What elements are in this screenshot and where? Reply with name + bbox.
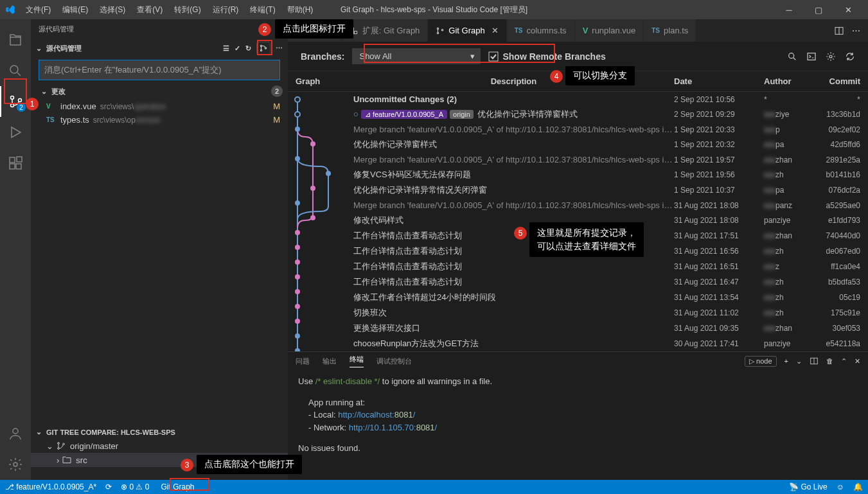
status-problems[interactable]: ⊗ 0 ⚠ 0	[121, 482, 149, 491]
show-remote-checkbox[interactable]: Show Remote Branches	[488, 51, 605, 62]
panel-tab[interactable]: 问题	[296, 357, 310, 366]
status-gitgraph[interactable]: Git Graph	[159, 482, 197, 491]
commit-row[interactable]: 修复VCS补码区域无法保存问题1 Sep 2021 19:56xxxzhb014…	[288, 167, 868, 182]
commit-row[interactable]: 工作台详情点击查看动态计划31 Aug 2021 16:47xxxzhb5bdf…	[288, 274, 868, 290]
tree-branch-row[interactable]: ⌄ origin/master	[31, 439, 288, 453]
account-icon[interactable]	[0, 418, 31, 449]
extensions-icon[interactable]	[0, 148, 31, 179]
commit-row[interactable]: Merge branch 'feature/V1.0.0.0905_A' of …	[288, 122, 868, 137]
panel-tab[interactable]: 终端	[350, 355, 364, 367]
gitgraph-body[interactable]: Uncommitted Changes (2)2 Sep 2021 10:56*…	[288, 92, 868, 351]
view-as-tree-icon[interactable]: ☰	[223, 44, 229, 53]
status-branch[interactable]: ⎇ feature/V1.0.0.0905_A*	[5, 482, 96, 491]
git-tree-compare-header[interactable]: ⌄ GIT TREE COMPARE: HLCS-WEB-SPS	[31, 425, 288, 439]
commit-row[interactable]: Merge branch 'feature/V1.0.0.0905_A' of …	[288, 152, 868, 167]
commit-hash: a5295ae0	[815, 201, 860, 210]
menu-item[interactable]: 转到(G)	[169, 2, 206, 18]
svg-point-15	[63, 443, 65, 445]
scm-section-header[interactable]: ⌄ 源代码管理 ☰ ✓ ↻ ⋯	[31, 39, 288, 57]
terminal-shell-selector[interactable]: ▷ node	[745, 356, 777, 367]
search-icon[interactable]	[0, 55, 31, 86]
file-change-row[interactable]: Vindex.vuesrc\views\operationM	[31, 100, 288, 113]
commit-row[interactable]: Merge branch 'feature/V1.0.0.0905_A' of …	[288, 198, 868, 213]
svg-point-9	[13, 463, 17, 466]
commit-message-input[interactable]: 消息(Ctrl+Enter 在"feature/V1.0.0.0905_A"提交…	[39, 60, 280, 80]
commit-author: xxxp	[764, 125, 815, 134]
menu-item[interactable]: 帮助(H)	[282, 2, 319, 18]
menu-item[interactable]: 编辑(E)	[57, 2, 93, 18]
status-feedback-icon[interactable]: ☺	[837, 482, 844, 491]
commit-description: 修改工作者台详情超过24小时的时间段	[353, 292, 674, 303]
editor-tab[interactable]: Vrunplan.vue	[575, 19, 644, 42]
terminal-panel: 问题输出终端调试控制台 ▷ node + ⌄ 🗑 ⌃ ✕ Use /* esli…	[288, 351, 868, 480]
status-bell-icon[interactable]: 🔔	[853, 482, 863, 491]
minimize-button[interactable]: ─	[774, 0, 804, 19]
menu-item[interactable]: 终端(T)	[245, 2, 280, 18]
scm-badge: 2	[17, 103, 26, 112]
run-debug-icon[interactable]	[0, 117, 31, 148]
svg-point-24	[789, 53, 794, 58]
status-sync[interactable]: ⟳	[105, 482, 112, 491]
commit-hash: 740440d0	[815, 231, 860, 240]
terminal-dropdown-icon[interactable]: ⌄	[796, 357, 802, 366]
file-name: index.vue	[60, 101, 96, 111]
settings-icon[interactable]	[0, 449, 31, 480]
menu-item[interactable]: 选择(S)	[94, 2, 130, 18]
menu-item[interactable]: 文件(F)	[21, 2, 56, 18]
commit-row[interactable]: 优化操作记录弹窗样式1 Sep 2021 20:32xxxpa42d5ffd6	[288, 137, 868, 152]
kill-terminal-icon[interactable]: 🗑	[826, 357, 833, 365]
settings-icon[interactable]	[826, 51, 836, 62]
commit-date: 31 Aug 2021 13:54	[674, 293, 764, 302]
tab-actions: ⋯	[826, 19, 868, 42]
editor-tab[interactable]: TSplan.ts	[644, 19, 696, 42]
commit-date: 31 Aug 2021 11:02	[674, 308, 764, 317]
activity-bar: 2	[0, 19, 31, 480]
commit-row[interactable]: 切换班次31 Aug 2021 11:02xxxzh175c91e	[288, 305, 868, 321]
close-tab-icon[interactable]: ✕	[492, 26, 499, 35]
commit-row[interactable]: 更换选择班次接口31 Aug 2021 09:35xxxzhan30ef053	[288, 321, 868, 336]
editor-tab[interactable]: 扩展: Git Graph	[342, 19, 429, 42]
maximize-panel-icon[interactable]: ⌃	[841, 357, 847, 366]
more-actions-icon[interactable]: ⋯	[276, 44, 283, 53]
explorer-icon[interactable]	[0, 24, 31, 55]
svg-rect-7	[17, 157, 22, 162]
sidebar-title: 源代码管理	[31, 19, 288, 39]
file-change-row[interactable]: TStypes.tssrc\views\opversionM	[31, 113, 288, 127]
editor-tab[interactable]: Git Graph✕	[428, 19, 506, 42]
commit-row[interactable]: 优化操作记录详情异常情况关闭弹窗1 Sep 2021 10:37xxxpa076…	[288, 182, 868, 198]
commit-date: 31 Aug 2021 09:35	[674, 324, 764, 333]
svg-point-12	[265, 48, 266, 49]
commit-row[interactable]: 工作台详情点击查看动态计划31 Aug 2021 16:51xxxzff1ca0…	[288, 259, 868, 274]
commit-row[interactable]: chooseRunplan方法改为GET方法30 Aug 2021 17:41p…	[288, 336, 868, 351]
status-golive[interactable]: 📡 Go Live	[789, 482, 828, 491]
close-button[interactable]: ✕	[833, 0, 863, 19]
commit-row[interactable]: Uncommitted Changes (2)2 Sep 2021 10:56*…	[288, 92, 868, 107]
annotation-badge-3: 3	[181, 459, 193, 472]
panel-tab[interactable]: 输出	[323, 357, 337, 366]
terminal-output[interactable]: Use /* eslint-disable */ to ignore all w…	[288, 370, 868, 480]
menu-item[interactable]: 运行(R)	[208, 2, 244, 18]
checkbox-checked-icon	[488, 51, 499, 62]
commit-description: chooseRunplan方法改为GET方法	[353, 338, 674, 349]
menu-item[interactable]: 查看(V)	[132, 2, 168, 18]
more-tab-actions-icon[interactable]: ⋯	[852, 26, 860, 35]
refresh-icon[interactable]	[845, 51, 855, 62]
panel-tab[interactable]: 调试控制台	[376, 357, 412, 366]
close-panel-icon[interactable]: ✕	[855, 357, 860, 366]
git-graph-icon[interactable]	[256, 42, 270, 55]
maximize-button[interactable]: ▢	[804, 0, 833, 19]
branches-dropdown[interactable]: Show All ▾	[352, 48, 481, 64]
editor-tab[interactable]: TScolumns.ts	[507, 19, 575, 42]
refresh-icon[interactable]: ↻	[245, 44, 251, 53]
commit-author: xxxzhan	[764, 324, 815, 333]
commit-row[interactable]: 修改工作者台详情超过24小时的时间段31 Aug 2021 13:54xxxzh…	[288, 290, 868, 305]
commit-icon[interactable]: ✓	[235, 44, 240, 53]
split-terminal-icon[interactable]	[810, 357, 819, 366]
search-icon[interactable]	[787, 51, 797, 62]
changes-header[interactable]: ⌄ 更改 2	[31, 83, 288, 100]
split-editor-icon[interactable]	[834, 26, 844, 36]
commit-row[interactable]: ○⊿ feature/V1.0.0.0905_Aorigin优化操作记录详情弹窗…	[288, 107, 868, 122]
new-terminal-icon[interactable]: +	[784, 357, 788, 365]
terminal-icon[interactable]	[806, 51, 817, 62]
svg-point-20	[438, 32, 439, 33]
